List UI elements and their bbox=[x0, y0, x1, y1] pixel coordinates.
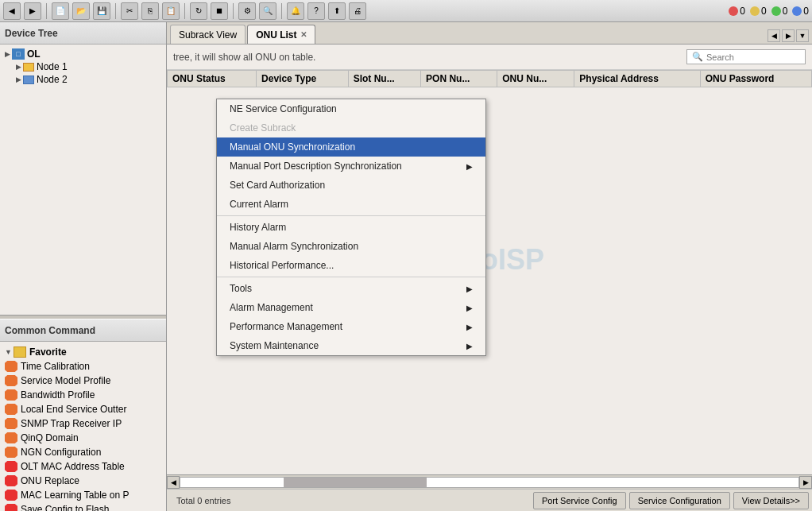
menu-alarm-management[interactable]: Alarm Management ▶ bbox=[217, 298, 485, 317]
service-configuration-button[interactable]: Service Configuration bbox=[629, 492, 730, 509]
red-dot bbox=[729, 6, 738, 16]
device-tree-header: Device Tree bbox=[0, 22, 166, 45]
port-service-config-button[interactable]: Port Service Config bbox=[533, 492, 626, 509]
zoom-icon[interactable]: 🔍 bbox=[259, 2, 276, 20]
menu-historical-perf[interactable]: Historical Performance... bbox=[217, 256, 485, 275]
table-header-row: ONU Status Device Type Slot Nu... PON Nu… bbox=[168, 71, 812, 87]
toolbar-separator-5 bbox=[281, 3, 282, 19]
tab-nav-buttons: ◀ ▶ ▼ bbox=[768, 29, 809, 42]
paste-icon[interactable]: 📋 bbox=[162, 2, 180, 20]
search-icon: 🔍 bbox=[692, 52, 703, 62]
yellow-dot bbox=[750, 6, 760, 16]
col-onu-password: ONU Password bbox=[700, 71, 811, 87]
print-icon[interactable]: 🖨 bbox=[349, 2, 366, 20]
scroll-left-arrow[interactable]: ◀ bbox=[167, 476, 180, 489]
info-bar: tree, it will show all ONU on table. 🔍 bbox=[167, 45, 812, 70]
cmd-snmp-trap[interactable]: SNMP Trap Receiver IP bbox=[2, 416, 164, 431]
forward-icon[interactable]: ▶ bbox=[24, 2, 41, 20]
menu-arrow-tools: ▶ bbox=[466, 285, 473, 293]
toolbar-separator-1 bbox=[46, 3, 47, 19]
favorite-group[interactable]: ▼ Favorite bbox=[2, 345, 164, 359]
cmd-bandwidth-profile[interactable]: Bandwidth Profile bbox=[2, 388, 164, 402]
menu-system-maintenance[interactable]: System Maintenance ▶ bbox=[217, 336, 485, 355]
tab-subrack-view-label: Subrack View bbox=[179, 29, 237, 41]
menu-history-alarm-label: History Alarm bbox=[230, 222, 286, 233]
scroll-track[interactable] bbox=[180, 477, 799, 488]
cmd-service-model-profile[interactable]: Service Model Profile bbox=[2, 374, 164, 388]
menu-set-card-auth[interactable]: Set Card Authorization bbox=[217, 176, 485, 195]
cmd-label-mac-learning: MAC Learning Table on P bbox=[21, 490, 130, 501]
tab-nav-right[interactable]: ▶ bbox=[782, 29, 795, 42]
stop-icon[interactable]: ⏹ bbox=[211, 2, 228, 20]
favorite-expand-icon: ▼ bbox=[5, 348, 12, 356]
tab-subrack-view[interactable]: Subrack View bbox=[170, 25, 246, 44]
new-icon[interactable]: 📄 bbox=[52, 2, 69, 20]
cmd-onu-replace[interactable]: ONU Replace bbox=[2, 474, 164, 488]
tree-item-2[interactable]: ▶ Node 2 bbox=[14, 73, 163, 86]
blue-dot bbox=[792, 6, 802, 16]
menu-create-subrack-label: Create Subrack bbox=[230, 122, 296, 134]
help-icon[interactable]: ? bbox=[307, 2, 325, 20]
menu-performance-management[interactable]: Performance Management ▶ bbox=[217, 317, 485, 336]
root-expand-icon: ▶ bbox=[5, 50, 10, 58]
cmd-qinq-domain[interactable]: QinQ Domain bbox=[2, 431, 164, 445]
cmd-mac-learning-table[interactable]: MAC Learning Table on P bbox=[2, 488, 164, 502]
toolbar: ◀ ▶ 📄 📂 💾 ✂ ⎘ 📋 ↻ ⏹ ⚙ 🔍 🔔 ? ⬆ 🖨 0 0 0 0 bbox=[0, 0, 812, 22]
menu-set-card-auth-label: Set Card Authorization bbox=[230, 180, 325, 191]
menu-tools-label: Tools bbox=[230, 283, 252, 294]
menu-arrow-3: ▶ bbox=[466, 162, 473, 171]
menu-arrow-perf-mgmt: ▶ bbox=[466, 323, 473, 331]
menu-ne-service-config[interactable]: NE Service Configuration bbox=[217, 99, 485, 118]
root-icon: □ bbox=[12, 48, 25, 60]
tree-item-1-label: Node 1 bbox=[37, 61, 68, 72]
cmd-icon-ngn bbox=[5, 447, 17, 458]
col-slot-num: Slot Nu... bbox=[348, 71, 420, 87]
menu-manual-alarm-sync[interactable]: Manual Alarm Synchronization bbox=[217, 237, 485, 256]
cmd-label-olt-mac: OLT MAC Address Table bbox=[21, 461, 125, 472]
menu-arrow-alarm-mgmt: ▶ bbox=[466, 304, 473, 312]
cmd-ngn-config[interactable]: NGN Configuration bbox=[2, 445, 164, 459]
menu-manual-port-desc-sync[interactable]: Manual Port Description Synchronization … bbox=[217, 157, 485, 176]
scroll-thumb[interactable] bbox=[284, 478, 427, 487]
tree-item-1[interactable]: ▶ Node 1 bbox=[14, 60, 163, 73]
tree-item-root[interactable]: ▶ □ OL bbox=[3, 48, 163, 60]
tab-nav-down[interactable]: ▼ bbox=[796, 29, 809, 42]
view-details-button[interactable]: View Details>> bbox=[733, 492, 809, 509]
open-icon[interactable]: 📂 bbox=[72, 2, 90, 20]
menu-system-maintenance-label: System Maintenance bbox=[230, 340, 319, 351]
cmd-save-config[interactable]: Save Config to Flash bbox=[2, 502, 164, 511]
scroll-right-arrow[interactable]: ▶ bbox=[799, 476, 812, 489]
save-icon[interactable]: 💾 bbox=[93, 2, 110, 20]
common-command-label: Common Command bbox=[5, 325, 95, 336]
cmd-local-end-service[interactable]: Local End Service Outter bbox=[2, 402, 164, 416]
horizontal-scrollbar: ◀ ▶ bbox=[167, 474, 812, 489]
tabs-row: Subrack View ONU List ✕ ◀ ▶ ▼ bbox=[167, 22, 812, 45]
cmd-icon-snmp bbox=[5, 418, 17, 429]
copy-icon[interactable]: ⎘ bbox=[141, 2, 159, 20]
settings-icon[interactable]: ⚙ bbox=[238, 2, 256, 20]
expand-icon-2: ▶ bbox=[16, 75, 21, 83]
col-device-type: Device Type bbox=[257, 71, 349, 87]
alarm-icon[interactable]: 🔔 bbox=[287, 2, 304, 20]
red-traffic-light: 0 bbox=[729, 6, 745, 17]
back-icon[interactable]: ◀ bbox=[3, 2, 21, 20]
search-box: 🔍 bbox=[686, 49, 806, 64]
cmd-icon-local-end bbox=[5, 404, 17, 415]
export-icon[interactable]: ⬆ bbox=[328, 2, 346, 20]
tab-onu-list[interactable]: ONU List ✕ bbox=[247, 25, 315, 44]
expand-icon-1: ▶ bbox=[16, 63, 21, 71]
cut-icon[interactable]: ✂ bbox=[121, 2, 138, 20]
menu-history-alarm[interactable]: History Alarm bbox=[217, 218, 485, 237]
menu-manual-onu-sync[interactable]: Manual ONU Synchronization bbox=[217, 137, 485, 157]
refresh-icon[interactable]: ↻ bbox=[190, 2, 207, 20]
menu-tools[interactable]: Tools ▶ bbox=[217, 279, 485, 298]
blue-count: 0 bbox=[803, 6, 809, 17]
cmd-olt-mac-address[interactable]: OLT MAC Address Table bbox=[2, 459, 164, 474]
tab-onu-list-label: ONU List bbox=[256, 29, 296, 41]
menu-current-alarm[interactable]: Current Alarm bbox=[217, 195, 485, 214]
cmd-time-calibration[interactable]: Time Calibration bbox=[2, 359, 164, 374]
content-area: tree, it will show all ONU on table. 🔍 O… bbox=[167, 45, 812, 474]
tab-onu-list-close[interactable]: ✕ bbox=[300, 30, 307, 39]
search-input[interactable] bbox=[706, 52, 794, 62]
tab-nav-left[interactable]: ◀ bbox=[768, 29, 780, 42]
